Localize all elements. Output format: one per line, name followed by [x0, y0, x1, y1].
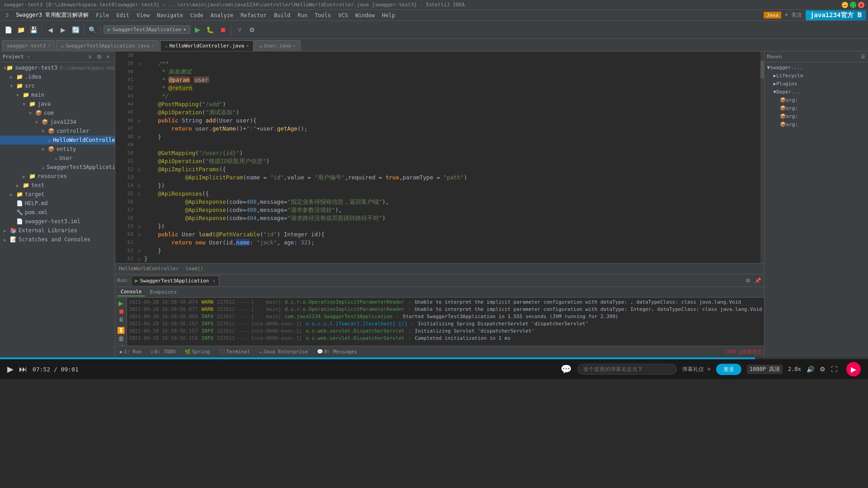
tree-item-java[interactable]: ▼ 📁 java — [0, 99, 115, 108]
menu-view[interactable]: View — [133, 11, 153, 19]
tree-item-java1234[interactable]: ▼ 📦 java1234 — [0, 117, 115, 127]
menu-help[interactable]: Help — [378, 11, 399, 19]
maven-dep4[interactable]: 📦 org: — [764, 120, 868, 128]
menu-navigate[interactable]: Navigate — [153, 11, 187, 19]
panel-settings-btn[interactable]: ⚙ — [95, 53, 103, 61]
tab-swaggerapp[interactable]: ☕ SwaggerTest3Application.java × — [56, 40, 159, 51]
follow-btn[interactable]: + 关注 — [785, 11, 802, 19]
panel-close-btn[interactable]: × — [104, 53, 112, 61]
maven-swagger[interactable]: ▼ swagger-... — [764, 63, 868, 71]
panel-collapse-btn[interactable]: ≡ — [86, 53, 94, 61]
menu-tools[interactable]: Tools — [311, 11, 335, 19]
bc-item-controller[interactable]: HelloWorldController — [119, 266, 179, 272]
bc-item-method[interactable]: load() — [185, 266, 203, 272]
tab-hello[interactable]: ☕ HelloWorldController.java × — [160, 40, 254, 51]
danmu-btn[interactable]: 💬 — [561, 364, 572, 375]
bt-terminal[interactable]: ⬛ Terminal — [216, 348, 253, 356]
bt-run[interactable]: ▶ 1: Run — [117, 348, 144, 356]
tab-hello-close[interactable]: × — [246, 43, 249, 48]
fold-marker[interactable]: ⊟ — [136, 230, 142, 239]
send-btn[interactable]: 发送 — [716, 364, 741, 375]
tree-item-user[interactable]: ☕ User — [0, 154, 115, 163]
tree-item-main[interactable]: ▼ 📁 main — [0, 90, 115, 99]
fold-marker[interactable]: ⊟ — [136, 190, 142, 198]
stop-button[interactable]: ⏹ — [217, 24, 228, 35]
close-button[interactable]: × — [858, 2, 864, 8]
settings-btn[interactable]: ⚙ — [247, 24, 258, 35]
git-btn[interactable]: ⑂ — [234, 24, 245, 35]
fold-marker[interactable]: ⊟ — [136, 247, 142, 255]
comment-input[interactable] — [577, 364, 677, 375]
menu-window[interactable]: Window — [352, 11, 378, 19]
speed-selector[interactable]: 2.0x — [788, 366, 801, 372]
code-content[interactable]: /** * 添加测试 * @param user * @return */ @P… — [142, 52, 760, 263]
menu-edit[interactable]: Edit — [113, 11, 133, 19]
tree-item-src[interactable]: ▼ 📁 src — [0, 81, 115, 90]
maven-dependencies[interactable]: ▼ Deper... — [764, 88, 868, 96]
menu-swagger[interactable]: Swagger3 常用配置注解讲解 — [12, 10, 92, 20]
video-next-btn[interactable]: ⏭ — [19, 365, 27, 374]
tb-search-btn[interactable]: 🔍 — [87, 24, 98, 35]
tab-project[interactable]: swagger-test3 × — [2, 40, 55, 51]
tree-item-swaggerapp[interactable]: ☕ SwaggerTest3Application — [0, 163, 115, 172]
tb-new-btn[interactable]: 📄 — [3, 24, 14, 35]
tree-item-test[interactable]: ▶ 📁 test — [0, 181, 115, 190]
tree-item-iml[interactable]: 📄 swagger-test3.iml — [0, 217, 115, 226]
maven-lifecycle[interactable]: ▶ Lifecycle — [764, 71, 868, 80]
coin-label[interactable]: 弹幕礼仪 > — [682, 366, 710, 373]
maximize-button[interactable]: □ — [850, 2, 856, 8]
scroll-to-end-btn[interactable]: ⏬ — [116, 327, 126, 334]
pause-btn[interactable]: ⏸ — [116, 316, 126, 323]
bt-todo[interactable]: ☑ 6: TODO — [148, 348, 178, 356]
tree-item-target[interactable]: ▶ 📁 target — [0, 190, 115, 199]
run-tab-close[interactable]: × — [212, 278, 215, 283]
fullscreen-btn[interactable]: ⛶ — [831, 366, 837, 373]
tree-item-pom[interactable]: 🔧 pom.xml — [0, 208, 115, 217]
maven-dep1[interactable]: 📦 org: — [764, 96, 868, 104]
tb-refresh-btn[interactable]: 🔄 — [70, 24, 81, 35]
tree-item-idea[interactable]: ▶ 📁 .idea — [0, 72, 115, 81]
console-tab-endpoints[interactable]: Endpoints — [146, 288, 180, 296]
tab-swaggerapp-close[interactable]: × — [151, 43, 154, 48]
quality-selector[interactable]: 1080P 高清 — [747, 365, 783, 374]
tab-project-close[interactable]: × — [47, 43, 50, 48]
tree-item-entity[interactable]: ▼ 📦 entity — [0, 145, 115, 154]
tree-item-controller[interactable]: ▼ 📦 controller — [0, 127, 115, 136]
volume-btn[interactable]: 🔊 — [807, 366, 814, 373]
run-app-tab[interactable]: ▶ SwaggerTest3Application × — [131, 276, 220, 286]
restart-btn[interactable]: ▶ — [116, 300, 126, 307]
fold-marker[interactable]: ⊟ — [136, 222, 142, 230]
run-settings-btn[interactable]: ⚙ — [744, 277, 752, 285]
fold-marker[interactable]: ⊟ — [136, 165, 142, 174]
tree-item-resources[interactable]: ▶ 📁 resources — [0, 172, 115, 181]
minimize-button[interactable]: – — [842, 2, 848, 8]
settings-btn-video[interactable]: ⚙ — [820, 366, 826, 373]
fold-marker[interactable]: ⊟ — [136, 255, 142, 263]
menu-file[interactable]: File — [92, 11, 113, 19]
menu-analyze[interactable]: Analyze — [207, 11, 237, 19]
maven-dep3[interactable]: 📦 org: — [764, 112, 868, 120]
console-tab-console[interactable]: Console — [117, 288, 145, 296]
stop-run-btn[interactable]: ⏹ — [116, 308, 126, 315]
bt-java-enterprise[interactable]: ☕ Java Enterprise — [256, 348, 311, 356]
fold-marker[interactable]: ⊟ — [136, 60, 142, 68]
run-config-selector[interactable]: ▶ SwaggerTest3Application ▾ — [104, 25, 190, 34]
fold-marker[interactable]: ⊟ — [136, 117, 142, 125]
fold-marker[interactable]: ⊟ — [136, 133, 142, 141]
tree-item-external-libraries[interactable]: ▶ 📚 External Libraries — [0, 226, 115, 235]
tb-open-btn[interactable]: 📁 — [15, 24, 26, 35]
video-play-btn[interactable]: ▶ — [7, 364, 14, 374]
run-button[interactable]: ▶ — [192, 24, 203, 35]
menu-build[interactable]: Build — [270, 11, 294, 19]
run-pin-btn[interactable]: 📌 — [754, 277, 762, 285]
tree-item-swagger[interactable]: ▼ 📁 swagger-test3 D:\ideaworkspace-test0… — [0, 63, 115, 72]
maven-plugins[interactable]: ▶ Plugins — [764, 80, 868, 88]
maven-menu-icon[interactable]: ☰ — [861, 54, 865, 60]
mini-scrollbar[interactable] — [760, 52, 764, 263]
tb-save-btn[interactable]: 💾 — [28, 24, 39, 35]
tab-user[interactable]: ☕ User.java × — [255, 40, 301, 51]
tree-item-help-md[interactable]: 📄 HELP.md — [0, 199, 115, 208]
tab-user-close[interactable]: × — [293, 43, 296, 48]
clear-console-btn[interactable]: 🗑 — [116, 335, 126, 342]
tb-fwd-btn[interactable]: ▶ — [57, 24, 68, 35]
